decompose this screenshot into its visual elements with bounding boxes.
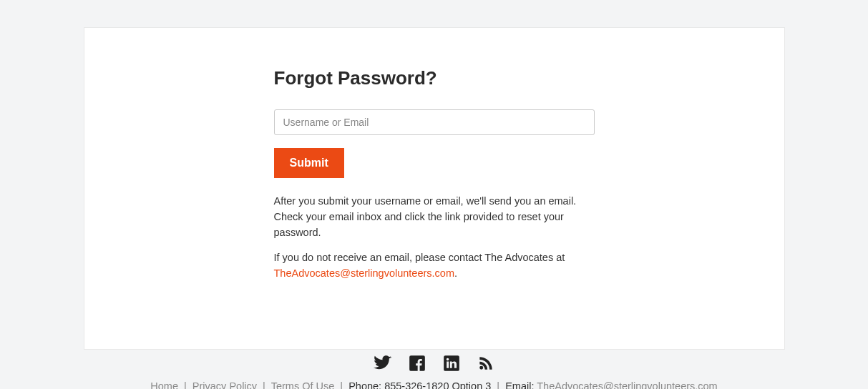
instruction-text-1: After you submit your username or email,… — [274, 194, 595, 240]
contact-prefix: If you do not receive an email, please c… — [274, 252, 565, 263]
separator: | — [497, 380, 499, 389]
separator: | — [340, 380, 343, 389]
footer-phone-value: 855-326-1820 Option 3 — [384, 380, 491, 389]
footer: Home | Privacy Policy | Terms Of Use | P… — [84, 354, 785, 389]
footer-link-privacy[interactable]: Privacy Policy — [192, 380, 257, 389]
footer-link-terms[interactable]: Terms Of Use — [271, 380, 335, 389]
social-row — [84, 354, 785, 373]
footer-links-line: Home | Privacy Policy | Terms Of Use | P… — [84, 378, 785, 389]
footer-phone-label: Phone: — [348, 380, 381, 389]
separator: | — [263, 380, 265, 389]
forgot-password-card: Forgot Password? Submit After you submit… — [84, 27, 785, 350]
submit-button[interactable]: Submit — [274, 148, 344, 178]
separator: | — [184, 380, 187, 389]
facebook-icon[interactable] — [408, 354, 426, 373]
username-email-input[interactable] — [274, 109, 595, 135]
instruction-text-2: If you do not receive an email, please c… — [274, 250, 595, 282]
footer-link-home[interactable]: Home — [150, 380, 178, 389]
contact-email-link[interactable]: TheAdvocates@sterlingvolunteers.com — [274, 267, 454, 279]
rss-icon[interactable] — [477, 354, 495, 373]
page-title: Forgot Password? — [274, 67, 595, 89]
footer-email-link[interactable]: TheAdvocates@sterlingvolunteers.com — [537, 380, 717, 389]
linkedin-icon[interactable] — [442, 354, 461, 373]
contact-suffix: . — [454, 267, 457, 279]
footer-email-label: Email: — [505, 380, 534, 389]
twitter-icon[interactable] — [374, 354, 392, 373]
